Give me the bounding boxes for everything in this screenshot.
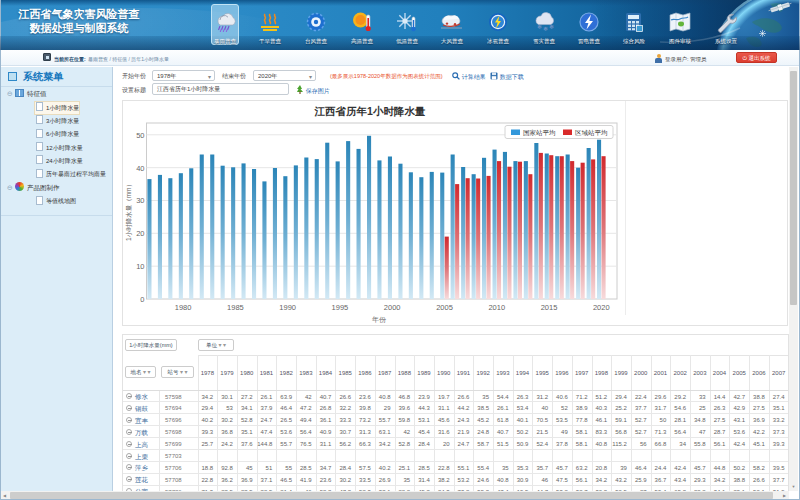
svg-text:国家站平均: 国家站平均	[523, 129, 556, 137]
svg-text:0: 0	[140, 295, 144, 304]
svg-text:❄: ❄	[543, 26, 548, 32]
svg-text:❄: ❄	[549, 24, 554, 30]
svg-text:1小时降水量（mm）: 1小时降水量（mm）	[125, 181, 133, 241]
svg-text:50: 50	[136, 131, 144, 140]
svg-text:区域站平均: 区域站平均	[575, 129, 608, 137]
svg-text:40: 40	[136, 164, 144, 173]
svg-text:1985: 1985	[227, 303, 244, 312]
svg-text:1990: 1990	[279, 303, 296, 312]
svg-text:2020: 2020	[593, 303, 610, 312]
svg-text:❄: ❄	[537, 24, 542, 30]
svg-text:30: 30	[136, 196, 144, 205]
svg-text:1980: 1980	[175, 303, 192, 312]
svg-text:20: 20	[136, 229, 144, 238]
svg-text:2005: 2005	[436, 303, 453, 312]
svg-text:2000: 2000	[384, 303, 401, 312]
svg-text:年份: 年份	[372, 316, 387, 324]
svg-text:江西省历年1小时降水量: 江西省历年1小时降水量	[314, 105, 426, 117]
svg-text:10: 10	[136, 262, 144, 271]
svg-text:2015: 2015	[541, 303, 558, 312]
svg-text:2010: 2010	[488, 303, 505, 312]
svg-text:1995: 1995	[332, 303, 349, 312]
